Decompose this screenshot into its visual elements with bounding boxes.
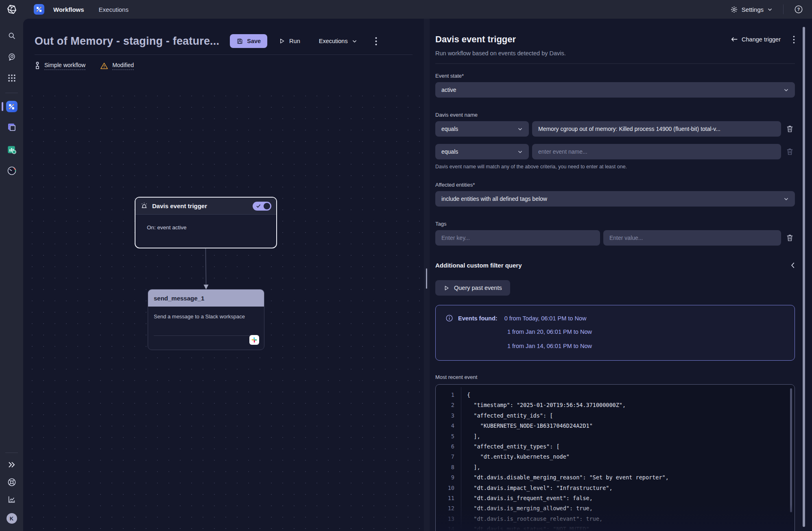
workflows-app-icon[interactable] — [34, 4, 44, 15]
affected-entities-label: Affected entities* — [435, 182, 795, 188]
modified-badge[interactable]: Modified — [100, 62, 134, 70]
workflow-type-badge[interactable]: Simple workflow — [35, 62, 85, 70]
chevron-down-icon — [784, 87, 789, 93]
double-chevron-right-icon — [8, 461, 16, 468]
apps-grid-icon — [8, 74, 15, 82]
code-line: 5 ], — [436, 431, 795, 442]
change-trigger-label: Change trigger — [742, 36, 781, 43]
panel-header: Davis event trigger Change trigger — [435, 19, 795, 45]
sidebar-divider — [5, 93, 18, 93]
canvas-kebab-menu[interactable] — [375, 37, 377, 46]
dynatrace-logo[interactable] — [0, 4, 23, 15]
chevron-down-icon — [517, 149, 523, 155]
workflow-glyph-icon — [36, 6, 42, 13]
chevron-left-icon — [791, 262, 795, 268]
topbar-divider — [783, 4, 784, 14]
sidebar-support-button[interactable] — [7, 478, 16, 487]
nav-tab-executions[interactable]: Executions — [99, 6, 129, 13]
delete-row-2-button[interactable] — [784, 148, 795, 156]
code-line: 12 "dt.davis.is_merging_allowed": true, — [436, 503, 795, 514]
tag-key-input[interactable]: Enter key... — [435, 230, 600, 246]
node-send-message[interactable]: send_message_1 Send a message to a Slack… — [148, 289, 264, 350]
search-button[interactable] — [7, 32, 16, 40]
trigger-enabled-toggle[interactable] — [253, 202, 271, 211]
events-found-row: 1 from Jan 14, 06:01 PM to Now — [507, 342, 785, 350]
workflow-type-label: Simple workflow — [44, 62, 85, 70]
slack-icon — [251, 337, 258, 343]
change-trigger-button[interactable]: Change trigger — [731, 36, 781, 43]
sidebar-item-clouds[interactable] — [7, 122, 17, 133]
check-icon — [256, 203, 261, 209]
trigger-node-header: Davis event trigger — [135, 198, 276, 215]
panel-kebab-menu[interactable] — [793, 36, 795, 44]
help-button[interactable]: ? — [794, 5, 803, 14]
save-button[interactable]: Save — [230, 34, 267, 48]
content-sheet: Out of Memory - staging - feature... Sav… — [23, 19, 812, 531]
sidebar-expand-button[interactable] — [8, 461, 16, 468]
cube-logo-icon — [6, 4, 17, 15]
affected-entities-select[interactable]: include entities with all defined tags b… — [435, 191, 795, 207]
nav-tab-workflows[interactable]: Workflows — [53, 6, 84, 13]
event-name-helper: Davis event name will match any of the a… — [435, 164, 795, 170]
svg-text:?: ? — [797, 7, 800, 12]
chevron-down-icon — [784, 196, 789, 202]
sidebar-item-gauge[interactable] — [7, 166, 17, 176]
event-name-input-2[interactable]: enter event name... — [532, 144, 781, 159]
event-state-select[interactable]: active — [435, 82, 795, 98]
recent-event-label: Most recent event — [435, 374, 795, 380]
code-line: 1{ — [436, 390, 795, 400]
code-line: 11 "dt.davis.is_frequent_event": false, — [436, 493, 795, 503]
tag-key-placeholder: Enter key... — [441, 235, 470, 241]
code-line: 9 "dt.davis.disable_merging_reason": "Se… — [436, 472, 795, 483]
operator-select-1[interactable]: equals — [435, 121, 529, 137]
trash-icon — [786, 125, 794, 133]
query-past-events-button[interactable]: Query past events — [435, 280, 510, 296]
apps-grid-button[interactable] — [8, 74, 15, 82]
workflow-title[interactable]: Out of Memory - staging - feature... — [35, 35, 219, 48]
event-state-label: Event state* — [435, 73, 795, 79]
code-scrollbar[interactable] — [790, 388, 792, 512]
avatar-initial: K — [7, 513, 17, 524]
left-sidebar: K — [0, 19, 23, 531]
panel-resize-handle[interactable] — [426, 268, 427, 289]
delete-tag-button[interactable] — [784, 234, 795, 242]
tag-value-input[interactable]: Enter value... — [603, 230, 781, 246]
trigger-config-panel: Davis event trigger Change trigger Run w… — [430, 19, 812, 531]
code-line: 8 ], — [436, 462, 795, 472]
recent-event-code-editor[interactable]: 1{2 "timestamp": "2025-01-20T19:56:54.37… — [435, 384, 795, 531]
copilot-button[interactable] — [7, 52, 16, 61]
action-node-header: send_message_1 — [148, 289, 264, 307]
code-line: 10 "dt.davis.impact_level": "Infrastruct… — [436, 483, 795, 493]
event-name-input-1[interactable]: Memory cgroup out of memory: Killed proc… — [532, 121, 781, 137]
events-found-row: 1 from Jan 20, 06:01 PM to Now — [507, 327, 785, 336]
code-line: 14 "dt.davis.mute.status": "NOT_MUTED", — [436, 524, 795, 531]
sidebar-item-workflows-active[interactable] — [6, 101, 17, 112]
sidebar-item-dashboards[interactable] — [7, 145, 17, 155]
code-line: 7 "dt.entity.kubernetes_node" — [436, 452, 795, 462]
warning-icon — [100, 62, 108, 70]
toggle-knob — [264, 203, 270, 209]
executions-dropdown[interactable]: Executions — [319, 38, 357, 44]
operator-value: equals — [441, 126, 458, 132]
tags-label: Tags — [435, 221, 795, 227]
canvas-grid[interactable]: Davis event trigger On: event active — [23, 85, 424, 531]
events-found-box: Events found: 0 from Today, 06:01 PM to … — [435, 305, 795, 361]
settings-label: Settings — [742, 6, 764, 13]
settings-menu[interactable]: Settings — [730, 6, 773, 13]
user-avatar[interactable]: K — [7, 513, 17, 524]
operator-select-2[interactable]: equals — [435, 144, 529, 159]
node-davis-event-trigger[interactable]: Davis event trigger On: event active — [135, 197, 277, 248]
davis-event-name-label: Davis event name — [435, 112, 795, 118]
custom-filter-section[interactable]: Additional custom filter query — [435, 262, 795, 269]
action-node-subtitle: Send a message to a Slack workspace — [148, 307, 264, 320]
sidebar-usage-button[interactable] — [7, 495, 16, 504]
query-button-label: Query past events — [454, 285, 502, 291]
panel-scrollbar[interactable] — [803, 27, 805, 527]
run-button[interactable]: Run — [279, 38, 300, 44]
operator-value: equals — [441, 148, 458, 155]
custom-filter-label: Additional custom filter query — [435, 262, 791, 269]
kebab-icon — [793, 36, 795, 44]
info-icon — [445, 314, 453, 322]
trash-icon — [786, 148, 794, 156]
delete-row-1-button[interactable] — [784, 125, 795, 133]
